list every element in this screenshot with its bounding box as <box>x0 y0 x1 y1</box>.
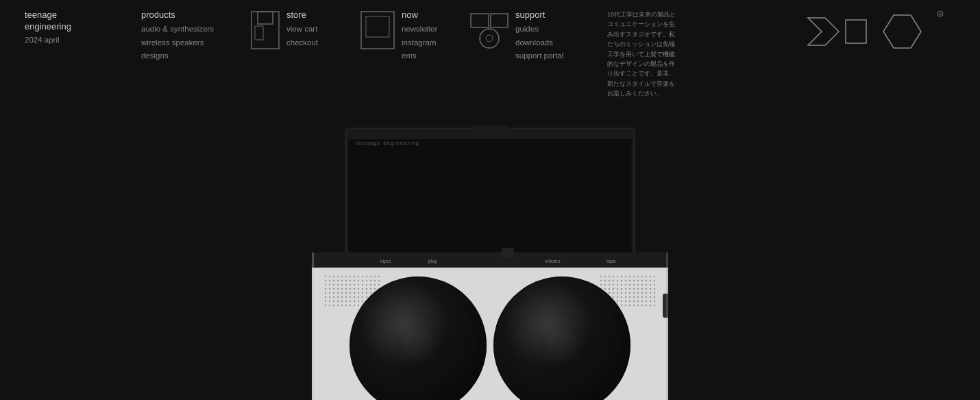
svg-point-255 <box>654 305 655 306</box>
nav-ems[interactable]: ems <box>402 49 437 63</box>
svg-rect-273 <box>312 252 314 400</box>
svg-point-61 <box>329 284 330 285</box>
svg-point-150 <box>625 276 626 277</box>
svg-point-179 <box>629 284 630 285</box>
svg-point-177 <box>621 284 622 285</box>
nav-checkout[interactable]: checkout <box>286 36 318 50</box>
nav-downloads[interactable]: downloads <box>515 36 563 50</box>
svg-point-181 <box>637 284 639 285</box>
nav-designs[interactable]: designs <box>141 49 229 63</box>
svg-point-56 <box>366 280 367 281</box>
svg-point-45 <box>378 276 380 277</box>
nav-wireless-speakers[interactable]: wireless speakers <box>141 36 229 50</box>
svg-point-250 <box>633 305 635 306</box>
svg-point-253 <box>646 305 647 306</box>
svg-point-222 <box>633 296 635 298</box>
brand-name[interactable]: teenage engineering <box>25 10 119 33</box>
svg-point-60 <box>325 284 326 285</box>
nav-newsletter[interactable]: newsletter <box>402 23 437 36</box>
svg-point-50 <box>341 280 343 281</box>
svg-point-53 <box>354 280 355 281</box>
svg-point-99 <box>370 292 371 294</box>
now-title[interactable]: now <box>402 10 437 20</box>
svg-point-92 <box>341 292 343 294</box>
svg-point-249 <box>629 305 630 306</box>
svg-point-189 <box>613 288 614 290</box>
svg-point-110 <box>358 296 359 298</box>
svg-point-68 <box>358 284 359 285</box>
svg-point-197 <box>646 288 647 290</box>
nav-audio-synthesizers[interactable]: audio & synthesizers <box>141 23 229 36</box>
svg-point-165 <box>629 280 630 281</box>
svg-point-237 <box>637 301 639 302</box>
nav-guides[interactable]: guides <box>515 23 563 36</box>
svg-point-158 <box>600 280 602 281</box>
svg-point-224 <box>641 296 643 298</box>
svg-text:tape: tape <box>607 259 616 264</box>
svg-point-199 <box>654 288 655 290</box>
svg-rect-2 <box>255 26 263 40</box>
svg-point-203 <box>613 292 614 294</box>
svg-point-247 <box>621 305 622 306</box>
svg-point-77 <box>337 288 339 290</box>
store-items: view cart checkout <box>286 23 318 49</box>
svg-point-109 <box>354 296 355 298</box>
svg-point-159 <box>604 280 606 281</box>
svg-point-90 <box>333 292 334 294</box>
svg-point-193 <box>629 288 630 290</box>
svg-point-134 <box>341 305 343 306</box>
svg-marker-15 <box>808 18 839 45</box>
support-content: support guides downloads support portal <box>515 10 563 63</box>
svg-point-8 <box>486 35 493 42</box>
svg-point-175 <box>613 284 614 285</box>
svg-point-122 <box>350 301 351 302</box>
svg-point-116 <box>325 301 326 302</box>
svg-point-37 <box>345 276 347 277</box>
store-title[interactable]: store <box>286 10 318 20</box>
svg-point-147 <box>613 276 614 277</box>
svg-point-63 <box>337 284 339 285</box>
svg-point-108 <box>350 296 351 298</box>
svg-text:teenage engineering: teenage engineering <box>356 140 419 146</box>
nav-support-portal[interactable]: support portal <box>515 49 563 63</box>
support-title[interactable]: support <box>515 10 563 20</box>
speaker-container: teenage engineering input play volume ta… <box>312 126 668 400</box>
svg-point-188 <box>609 288 610 290</box>
svg-point-88 <box>325 292 326 294</box>
svg-point-145 <box>604 276 606 277</box>
svg-point-164 <box>625 280 626 281</box>
svg-point-7 <box>480 29 499 48</box>
svg-point-51 <box>345 280 347 281</box>
svg-point-81 <box>354 288 355 290</box>
svg-point-59 <box>378 280 380 281</box>
svg-point-123 <box>354 301 355 302</box>
svg-point-86 <box>374 288 376 290</box>
svg-point-41 <box>362 276 363 277</box>
now-icon <box>360 11 395 51</box>
svg-point-107 <box>345 296 347 298</box>
svg-point-195 <box>637 288 639 290</box>
svg-point-213 <box>654 292 655 294</box>
svg-point-206 <box>625 292 626 294</box>
svg-point-83 <box>362 288 363 290</box>
svg-point-78 <box>341 288 343 290</box>
nav-instagram[interactable]: instagram <box>402 36 437 50</box>
svg-point-233 <box>621 301 622 302</box>
svg-point-239 <box>646 301 647 302</box>
svg-rect-0 <box>252 12 279 49</box>
svg-point-98 <box>366 292 367 294</box>
svg-rect-19 <box>350 132 630 252</box>
svg-point-69 <box>362 284 363 285</box>
products-title[interactable]: products <box>141 10 229 20</box>
svg-point-124 <box>358 301 359 302</box>
svg-point-226 <box>650 296 651 298</box>
svg-point-171 <box>654 280 655 281</box>
svg-point-46 <box>325 280 326 281</box>
svg-point-168 <box>641 280 643 281</box>
nav-store: store view cart checkout <box>240 7 350 54</box>
nav-view-cart[interactable]: view cart <box>286 23 318 36</box>
svg-point-118 <box>333 301 334 302</box>
svg-point-184 <box>650 284 651 285</box>
svg-point-152 <box>633 276 635 277</box>
svg-point-166 <box>633 280 635 281</box>
